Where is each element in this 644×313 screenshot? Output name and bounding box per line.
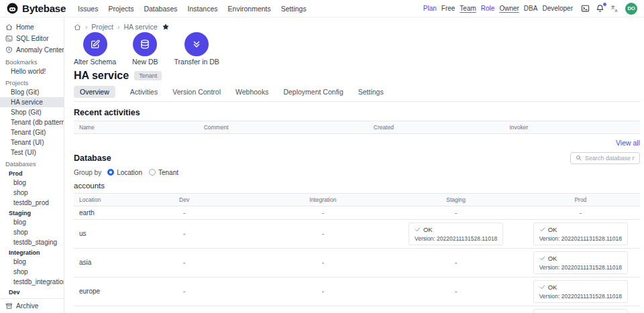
tab-settings[interactable]: Settings (358, 86, 384, 98)
db-cell: - (113, 219, 255, 248)
home-icon[interactable] (74, 23, 81, 31)
breadcrumb-project[interactable]: Project (91, 23, 113, 31)
sidebar-scroll: HomeSQL EditorAnomaly Center Bookmarks H… (0, 21, 64, 298)
sidebar-db-prod-testdb-prod[interactable]: testdb_prod (0, 198, 64, 208)
database-ok-card[interactable]: OKVersion: 20220211131528.11018 (533, 280, 628, 303)
db-cell: - (255, 206, 391, 219)
main-nav: IssuesProjectsDatabasesInstancesEnvironm… (78, 5, 307, 13)
db-cell: OKVersion: 20220211131528.11018 (521, 248, 640, 277)
sidebar-item-home[interactable]: Home (0, 21, 64, 33)
meta-developer: Developer (542, 5, 573, 12)
db-cell: - (113, 306, 255, 313)
sidebar-project-test-ui[interactable]: Test (UI) (0, 147, 64, 158)
empty-cell-dash: - (183, 230, 185, 237)
empty-cell-dash: - (455, 209, 457, 216)
action-label: Transfer in DB (174, 58, 219, 66)
view-all-link[interactable]: View all (74, 139, 640, 147)
db-row-location: us (74, 219, 113, 248)
ra-col-invoker: Invoker (504, 121, 640, 134)
status-text: OK (548, 255, 557, 262)
sidebar-project-shop-git[interactable]: Shop (Git) (0, 107, 64, 117)
db-cell: - (391, 206, 521, 219)
sidebar-project-tenant-ui[interactable]: Tenant (UI) (0, 137, 64, 147)
db-row-asia: asia---OKVersion: 20220211131528.11018 (74, 248, 640, 277)
sidebar-db-staging-shop[interactable]: shop (0, 227, 64, 237)
action-alter-schema[interactable]: Alter Schema (74, 32, 116, 66)
star-icon[interactable] (162, 23, 170, 31)
breadcrumb-separator: › (117, 23, 119, 31)
tab-deployment-config[interactable]: Deployment Config (283, 86, 343, 98)
groupby-tenant[interactable]: Tenant (149, 169, 178, 176)
nav-environments[interactable]: Environments (228, 5, 271, 13)
action-transfer-in-db[interactable]: Transfer in DB (174, 32, 219, 66)
status-text: OK (423, 226, 433, 233)
meta-plan: Plan (423, 5, 437, 12)
transfer-icon (184, 32, 209, 56)
radio-icon (149, 169, 156, 176)
sidebar-db-integration-testdb-integration[interactable]: testdb_integration (0, 277, 64, 287)
database-ok-card[interactable]: OKVersion: 20220211131528.11018 (409, 223, 503, 245)
main-content: › Project › HA service Alter SchemaNew D… (64, 17, 644, 313)
groupby-location[interactable]: Location (107, 169, 142, 176)
sidebar-db-prod-blog[interactable]: blog (0, 178, 64, 188)
db-col-staging: Staging (391, 193, 521, 206)
tab-activities[interactable]: Activities (130, 86, 158, 98)
nav-instances[interactable]: Instances (188, 5, 218, 13)
meta-owner[interactable]: Owner (499, 5, 519, 12)
empty-cell-dash: - (322, 288, 324, 295)
status-line: OK (539, 226, 622, 233)
bookmark-hello-world[interactable]: Hello world! (0, 66, 64, 76)
sidebar-item-label: SQL Editor (16, 35, 49, 42)
nav-databases[interactable]: Databases (144, 5, 177, 13)
radio-icon (107, 169, 114, 176)
meta-role: Role (481, 5, 495, 12)
sidebar-item-archive[interactable]: Archive (0, 298, 64, 313)
avatar[interactable]: DO (625, 3, 637, 15)
breadcrumb-current[interactable]: HA service (123, 23, 157, 31)
search-input[interactable] (585, 155, 635, 162)
databases-header: Databases (0, 158, 64, 168)
translate-icon[interactable]: 文A (610, 4, 619, 13)
version-text: Version: 20220211131528.11018 (539, 264, 622, 271)
terminal-icon[interactable] (581, 4, 590, 13)
nav-settings[interactable]: Settings (281, 5, 307, 13)
database-ok-card[interactable]: OKVersion: 20220211131528.11018 (533, 223, 628, 245)
database-section-header: Database (74, 152, 640, 164)
env-label-prod: Prod (0, 168, 64, 178)
sidebar-item-anomaly-center[interactable]: Anomaly Center (0, 44, 64, 56)
env-label-integration: Integration (0, 247, 64, 257)
db-col-dev: Dev (113, 193, 255, 206)
version-text: Version: 20220211131528.11018 (539, 235, 622, 242)
meta-team[interactable]: Team (460, 5, 476, 12)
db-cell: - (521, 206, 640, 219)
sidebar-db-staging-blog[interactable]: blog (0, 217, 64, 227)
tab-version-control[interactable]: Version Control (172, 86, 221, 98)
sidebar-db-integration-blog[interactable]: blog (0, 257, 64, 267)
bell-icon[interactable] (596, 4, 604, 13)
sidebar-project-blog-git[interactable]: Blog (Git) (0, 87, 64, 97)
empty-activities-row (74, 134, 640, 137)
tab-webhooks[interactable]: Webhooks (235, 86, 268, 98)
nav-issues[interactable]: Issues (78, 5, 98, 13)
sidebar-project-tenant-db-pattern[interactable]: Tenant (db pattern) (0, 117, 64, 127)
empty-cell-dash: - (183, 288, 185, 295)
bytebase-brand[interactable]: Bytebase (7, 3, 66, 14)
archive-icon (5, 302, 13, 310)
nav-projects[interactable]: Projects (108, 5, 133, 13)
db-col-location: Location (74, 193, 113, 206)
sidebar-db-integration-shop[interactable]: shop (0, 267, 64, 277)
sidebar-item-sql-editor[interactable]: SQL Editor (0, 33, 64, 44)
sidebar-db-staging-testdb-staging[interactable]: testdb_staging (0, 237, 64, 247)
sidebar-project-ha-service[interactable]: HA service (0, 97, 64, 107)
page-title: HA service (74, 70, 129, 82)
sidebar-project-tenant-git[interactable]: Tenant (Git) (0, 127, 64, 137)
empty-cell-dash: - (580, 209, 582, 216)
db-row-earth: earth---- (74, 206, 640, 219)
action-new-db[interactable]: New DB (132, 32, 158, 66)
database-ok-card[interactable]: OKVersion: 20220211131528.11018 (533, 251, 628, 274)
sidebar-db-prod-shop[interactable]: shop (0, 188, 64, 198)
tab-overview[interactable]: Overview (74, 86, 115, 98)
shield-icon (5, 46, 13, 54)
db-cell: OKVersion: 20220211131528.11018 (521, 219, 640, 248)
database-ok-card[interactable]: OKVersion: 20220211131528.11018 (533, 309, 628, 313)
